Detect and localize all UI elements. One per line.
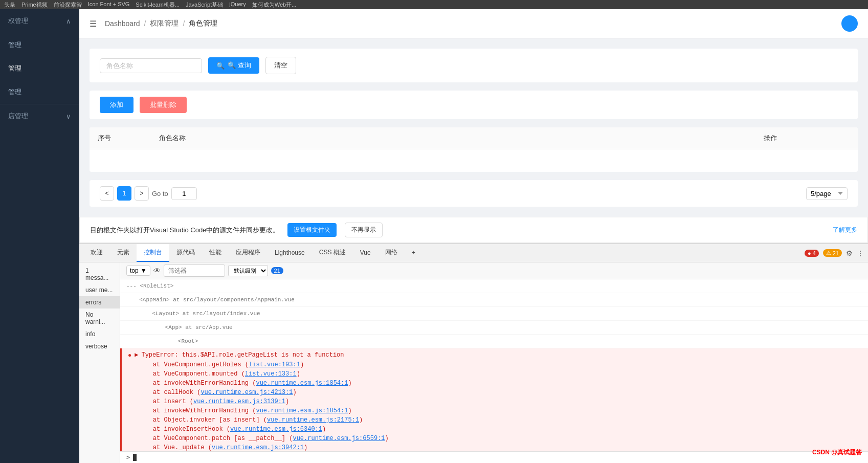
warning-badge: ⚠ 21 xyxy=(823,249,842,257)
error-stack-1: at VueComponent.getRoles (list.vue:193:1… xyxy=(128,360,862,369)
console-code-msg-4: <App> at src/App.vue xyxy=(120,321,868,335)
cat-user-messages[interactable]: user me... xyxy=(79,284,120,296)
link-update-3942[interactable]: vue.runtime.esm.js:3942:1 xyxy=(212,444,304,451)
page-1-button[interactable]: 1 xyxy=(117,186,131,201)
devtools-tab-add[interactable]: + xyxy=(405,245,422,261)
devtools-tab-network[interactable]: 网络 xyxy=(378,244,405,262)
error-dot-icon: ● xyxy=(808,250,811,256)
sidebar: 权管理 ∧ 管理 管理 管理 店管理 ∨ xyxy=(0,9,79,463)
console-code-msg-5: <Root> xyxy=(120,335,868,348)
content-area: 🔍 🔍 查询 清空 添加 批量删除 序号 角色名称 操作 xyxy=(79,38,868,217)
error-stack-2: at VueComponent.mounted (list.vue:133:1) xyxy=(128,369,862,379)
browser-tab-1[interactable]: Prime视频 xyxy=(21,1,48,9)
menu-icon[interactable]: ☰ xyxy=(90,19,97,29)
error-expand-icon[interactable]: ▶ xyxy=(135,350,138,360)
link-insert-3139[interactable]: vue.runtime.esm.js:3139:1 xyxy=(193,398,285,405)
chevron-down-icon: ▼ xyxy=(141,267,147,274)
error-circle-icon: ● xyxy=(128,351,131,360)
link-insertHook-6340[interactable]: vue.runtime.esm.js:6340:1 xyxy=(230,426,322,433)
link-list-133[interactable]: list.vue:133:1 xyxy=(245,370,297,378)
cat-errors[interactable]: errors xyxy=(79,296,120,308)
devtools-tab-lighthouse[interactable]: Lighthouse xyxy=(268,245,312,261)
search-button[interactable]: 🔍 🔍 查询 xyxy=(208,57,259,74)
devtools-tab-elements[interactable]: 元素 xyxy=(110,244,137,262)
cat-verbose[interactable]: verbose xyxy=(79,340,120,352)
link-patch-6559[interactable]: vue.runtime.esm.js:6559:1 xyxy=(293,435,385,442)
cat-info[interactable]: info xyxy=(79,328,120,340)
devtools-tab-application[interactable]: 应用程序 xyxy=(229,244,268,262)
sidebar-item-mgmt1-label: 管理 xyxy=(8,40,21,50)
link-invoke-1854-2[interactable]: vue.runtime.esm.js:1854:1 xyxy=(256,407,348,414)
link-invoke-1854[interactable]: vue.runtime.esm.js:1854:1 xyxy=(256,380,348,387)
search-icon: 🔍 xyxy=(216,62,225,70)
table-container: 序号 角色名称 操作 xyxy=(90,127,858,172)
browser-tab-6[interactable]: jQuery xyxy=(229,1,246,9)
prev-page-button[interactable]: < xyxy=(100,186,114,201)
sidebar-item-mgmt2-label: 管理 xyxy=(8,64,21,73)
error-stack-5: at insert (vue.runtime.esm.js:3139:1) xyxy=(128,397,862,406)
error-badge: ● 4 xyxy=(805,250,819,257)
browser-tab-0[interactable]: 头条 xyxy=(4,1,15,9)
console-categories: 1 messa... user me... errors No warni...… xyxy=(79,262,120,463)
devtools-tab-css[interactable]: CSS 概述 xyxy=(312,244,353,262)
sidebar-item-shop-management[interactable]: 店管理 ∨ xyxy=(0,104,79,128)
goto-input[interactable] xyxy=(171,187,197,200)
col-actions: 操作 xyxy=(755,127,858,149)
link-list-193[interactable]: list.vue:193:1 xyxy=(249,361,300,368)
error-text: TypeError: this.$API.role.getPageList is… xyxy=(141,350,344,360)
set-folder-button[interactable]: 设置根文件夹 xyxy=(287,223,337,237)
error-stack-3: at invokeWithErrorHandling (vue.runtime.… xyxy=(128,379,862,388)
main-content: ☰ Dashboard / 权限管理 / 角色管理 🔍 🔍 查询 清空 xyxy=(79,9,868,463)
devtools-tab-performance[interactable]: 性能 xyxy=(202,244,229,262)
col-seq: 序号 xyxy=(90,127,151,149)
devtools-settings-icon[interactable]: ⚙ xyxy=(846,249,853,257)
devtools-tab-vue[interactable]: Vue xyxy=(353,245,378,261)
devtools-more-icon[interactable]: ⋮ xyxy=(857,249,864,257)
sidebar-item-mgmt1[interactable]: 管理 xyxy=(0,33,79,57)
browser-tab-4[interactable]: Scikit-learn机器... xyxy=(136,1,180,9)
console-messages: --- <RoleList> <AppMain> at src/layout/c… xyxy=(120,279,868,451)
devtools-panel: 欢迎 元素 控制台 源代码 性能 应用程序 Lighthouse CSS 概述 … xyxy=(79,243,868,463)
search-input[interactable] xyxy=(100,58,202,73)
browser-tabs: 头条 Prime视频 前沿探索智 Icon Font + SVG Scikit-… xyxy=(4,1,296,9)
sidebar-item-rights-label: 权管理 xyxy=(8,16,28,26)
browser-tab-3[interactable]: Icon Font + SVG xyxy=(88,1,130,9)
action-bar: 添加 批量删除 xyxy=(90,91,858,119)
breadcrumb-role: 角色管理 xyxy=(189,19,217,28)
sidebar-item-mgmt3[interactable]: 管理 xyxy=(0,80,79,104)
browser-tab-7[interactable]: 如何成为Web开... xyxy=(252,1,297,9)
browser-tab-5[interactable]: JavaScript基础 xyxy=(186,1,223,9)
browser-tab-2[interactable]: 前沿探索智 xyxy=(54,1,82,9)
filter-input[interactable] xyxy=(164,264,225,277)
cat-no-warnings[interactable]: No warni... xyxy=(79,308,120,328)
add-button[interactable]: 添加 xyxy=(100,97,133,113)
devtools-tab-console[interactable]: 控制台 xyxy=(137,244,169,262)
console-toolbar: top ▼ 👁 默认级别 21 xyxy=(120,262,868,279)
browser-toolbar: 头条 Prime视频 前沿探索智 Icon Font + SVG Scikit-… xyxy=(0,0,868,9)
clear-button[interactable]: 清空 xyxy=(265,57,296,74)
error-count: 4 xyxy=(813,250,816,256)
notification-text: 目的根文件夹以打开Visual Studio Code中的源文件并同步更改。 xyxy=(90,226,279,235)
link-callhook-4213[interactable]: vue.runtime.esm.js:4213:1 xyxy=(201,389,293,396)
sidebar-item-mgmt2[interactable]: 管理 xyxy=(0,57,79,80)
link-invoker-2175[interactable]: vue.runtime.esm.js:2175:1 xyxy=(267,416,359,424)
breadcrumb-dashboard[interactable]: Dashboard xyxy=(105,19,140,28)
avatar[interactable] xyxy=(841,15,858,32)
page-size-select[interactable]: 5/page 10/page 20/page 50/page xyxy=(806,187,848,200)
cat-all-messages[interactable]: 1 messa... xyxy=(79,264,120,284)
learn-more-link[interactable]: 了解更多 xyxy=(833,226,857,234)
top-selector[interactable]: top ▼ xyxy=(126,266,150,276)
eye-icon[interactable]: 👁 xyxy=(153,267,161,275)
console-prompt: > xyxy=(126,454,130,461)
next-page-button[interactable]: > xyxy=(135,186,149,201)
search-button-label: 🔍 查询 xyxy=(228,61,251,70)
devtools-tab-sources[interactable]: 源代码 xyxy=(169,244,202,262)
sidebar-item-rights-management[interactable]: 权管理 ∧ xyxy=(0,9,79,33)
no-show-button[interactable]: 不再显示 xyxy=(345,223,383,237)
breadcrumb-permissions[interactable]: 权限管理 xyxy=(150,19,179,28)
devtools-tab-welcome[interactable]: 欢迎 xyxy=(83,244,110,262)
level-select[interactable]: 默认级别 xyxy=(228,265,268,276)
error-stack-6: at invokeWithErrorHandling (vue.runtime.… xyxy=(128,406,862,415)
sidebar-chevron-icon: ∧ xyxy=(66,17,71,25)
batch-delete-button[interactable]: 批量删除 xyxy=(140,97,187,113)
